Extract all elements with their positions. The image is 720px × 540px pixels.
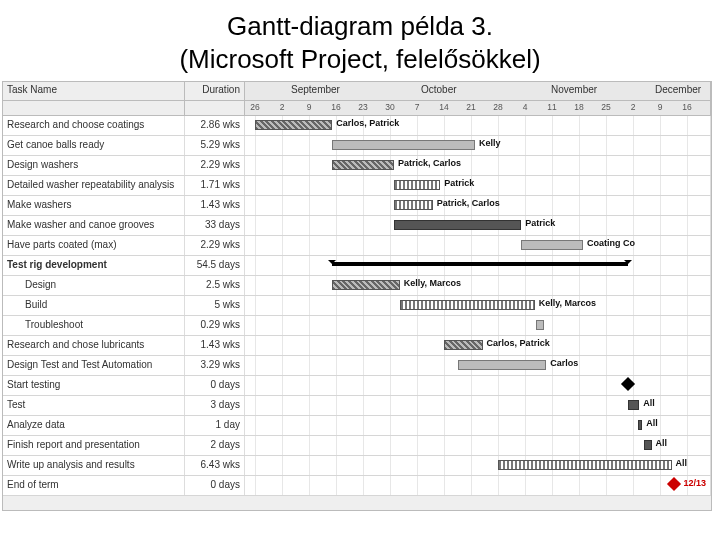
duration-cell[interactable]: 5.29 wks (185, 136, 245, 155)
task-name-cell[interactable]: Detailed washer repeatability analysis (3, 176, 185, 195)
duration-cell[interactable]: 1.43 wks (185, 196, 245, 215)
duration-cell[interactable]: 2.5 wks (185, 276, 245, 295)
task-name-cell[interactable]: Research and choose coatings (3, 116, 185, 135)
duration-cell[interactable]: 2 days (185, 436, 245, 455)
task-name-cell[interactable]: Troubleshoot (3, 316, 185, 335)
milestone-icon[interactable] (621, 377, 635, 391)
gantt-bar[interactable] (644, 440, 652, 450)
duration-cell[interactable]: 0.29 wks (185, 316, 245, 335)
duration-cell[interactable]: 2.86 wks (185, 116, 245, 135)
table-row[interactable]: Test rig development54.5 days (3, 256, 711, 276)
month-label: September (291, 84, 340, 95)
duration-cell[interactable]: 2.29 wks (185, 236, 245, 255)
table-row[interactable]: Design Test and Test Automation3.29 wksC… (3, 356, 711, 376)
task-name-cell[interactable]: Design Test and Test Automation (3, 356, 185, 375)
duration-cell[interactable]: 6.43 wks (185, 456, 245, 475)
task-name-cell[interactable]: Get canoe balls ready (3, 136, 185, 155)
gantt-bar[interactable] (400, 300, 535, 310)
duration-cell[interactable]: 33 days (185, 216, 245, 235)
task-name-cell[interactable]: Test (3, 396, 185, 415)
gantt-bar[interactable] (394, 220, 521, 230)
week-label: 11 (547, 102, 556, 112)
milestone-icon[interactable] (666, 477, 680, 491)
bar-label: Patrick (444, 178, 474, 188)
gantt-chart-cell: 12/13 (245, 476, 711, 495)
bar-label: All (656, 438, 668, 448)
duration-cell[interactable]: 0 days (185, 376, 245, 395)
duration-cell[interactable]: 2.29 wks (185, 156, 245, 175)
col-header-duration[interactable]: Duration (185, 82, 245, 100)
task-name-cell[interactable]: Make washers (3, 196, 185, 215)
gantt-chart-cell: Carlos, Patrick (245, 336, 711, 355)
col-header-taskname[interactable]: Task Name (3, 82, 185, 100)
gantt-bar[interactable] (332, 140, 475, 150)
table-row[interactable]: Design washers2.29 wksPatrick, Carlos (3, 156, 711, 176)
gantt-chart-cell: Patrick (245, 216, 711, 235)
gantt-chart-cell: Kelly (245, 136, 711, 155)
task-name-cell[interactable]: Finish report and presentation (3, 436, 185, 455)
table-row[interactable]: Research and chose lubricants1.43 wksCar… (3, 336, 711, 356)
table-row[interactable]: Troubleshoot0.29 wks (3, 316, 711, 336)
gantt-bar[interactable] (498, 460, 672, 470)
table-row[interactable]: Detailed washer repeatability analysis1.… (3, 176, 711, 196)
bar-label: Kelly, Marcos (404, 278, 461, 288)
gantt-bar[interactable] (444, 340, 483, 350)
duration-cell[interactable]: 3.29 wks (185, 356, 245, 375)
table-row[interactable]: Start testing0 days (3, 376, 711, 396)
table-row[interactable]: Get canoe balls ready5.29 wksKelly (3, 136, 711, 156)
duration-cell[interactable]: 1.71 wks (185, 176, 245, 195)
duration-cell[interactable]: 1 day (185, 416, 245, 435)
gantt-bar[interactable] (638, 420, 642, 430)
task-name-cell[interactable]: Analyze data (3, 416, 185, 435)
table-row[interactable]: Design2.5 wksKelly, Marcos (3, 276, 711, 296)
table-row[interactable]: Analyze data1 dayAll (3, 416, 711, 436)
gantt-bar[interactable] (332, 280, 400, 290)
header-row-weeks: 2629162330714212841118252916 (3, 101, 711, 116)
gantt-chart-cell: Patrick, Carlos (245, 196, 711, 215)
gantt-bar[interactable] (628, 400, 640, 410)
task-name-cell[interactable]: Have parts coated (max) (3, 236, 185, 255)
gantt-bar[interactable] (394, 200, 433, 210)
task-name-cell[interactable]: Build (3, 296, 185, 315)
table-row[interactable]: Test3 daysAll (3, 396, 711, 416)
table-row[interactable]: Write up analysis and results6.43 wksAll (3, 456, 711, 476)
week-label: 16 (682, 102, 691, 112)
task-name-cell[interactable]: Start testing (3, 376, 185, 395)
duration-cell[interactable]: 1.43 wks (185, 336, 245, 355)
gantt-chart-cell: Kelly, Marcos (245, 276, 711, 295)
table-row[interactable]: Build5 wksKelly, Marcos (3, 296, 711, 316)
week-label: 7 (415, 102, 420, 112)
bar-label: All (676, 458, 688, 468)
table-row[interactable]: End of term0 days12/13 (3, 476, 711, 496)
gantt-bar[interactable] (394, 180, 440, 190)
header-row-months: Task Name Duration SeptemberOctoberNovem… (3, 82, 711, 101)
task-name-cell[interactable]: Design (3, 276, 185, 295)
gantt-chart-cell: Coating Co (245, 236, 711, 255)
table-row[interactable]: Research and choose coatings2.86 wksCarl… (3, 116, 711, 136)
task-name-cell[interactable]: Write up analysis and results (3, 456, 185, 475)
gantt-bar[interactable] (536, 320, 544, 330)
task-name-cell[interactable]: Make washer and canoe grooves (3, 216, 185, 235)
gantt-chart-cell: All (245, 416, 711, 435)
table-row[interactable]: Make washer and canoe grooves33 daysPatr… (3, 216, 711, 236)
duration-cell[interactable]: 54.5 days (185, 256, 245, 275)
task-name-cell[interactable]: Research and chose lubricants (3, 336, 185, 355)
gantt-bar[interactable] (332, 160, 394, 170)
month-label: October (421, 84, 457, 95)
gantt-bar[interactable] (521, 240, 583, 250)
duration-cell[interactable]: 0 days (185, 476, 245, 495)
table-row[interactable]: Make washers1.43 wksPatrick, Carlos (3, 196, 711, 216)
bar-label: Patrick (525, 218, 555, 228)
table-row[interactable]: Finish report and presentation2 daysAll (3, 436, 711, 456)
gantt-bar[interactable] (458, 360, 547, 370)
bar-label: Coating Co (587, 238, 635, 248)
task-name-cell[interactable]: End of term (3, 476, 185, 495)
summary-bar[interactable] (332, 262, 627, 266)
task-name-cell[interactable]: Test rig development (3, 256, 185, 275)
gantt-chart-cell: Carlos (245, 356, 711, 375)
duration-cell[interactable]: 5 wks (185, 296, 245, 315)
table-row[interactable]: Have parts coated (max)2.29 wksCoating C… (3, 236, 711, 256)
duration-cell[interactable]: 3 days (185, 396, 245, 415)
gantt-bar[interactable] (255, 120, 332, 130)
task-name-cell[interactable]: Design washers (3, 156, 185, 175)
